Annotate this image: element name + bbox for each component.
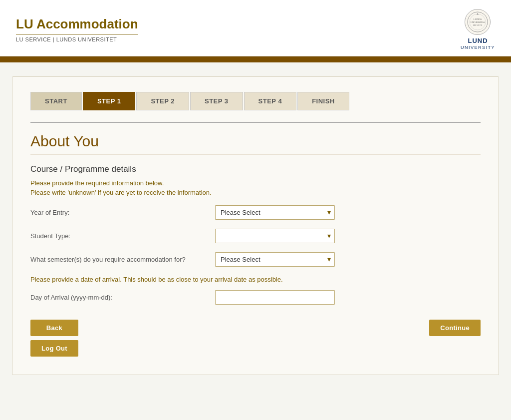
section-title: About You — [30, 133, 481, 154]
student-type-select-wrapper — [215, 229, 335, 243]
arrival-input[interactable] — [215, 290, 335, 305]
page-header: LU Accommodation LU SERVICE | LUNDS UNIV… — [0, 0, 511, 56]
steps-nav: START STEP 1 STEP 2 STEP 3 STEP 4 FINISH — [30, 92, 481, 110]
button-row: Back Log Out Continue — [30, 320, 481, 357]
semester-select[interactable]: Please Select — [215, 252, 335, 267]
semester-label: What semester(s) do you require accommod… — [30, 256, 215, 263]
semester-row: What semester(s) do you require accommod… — [30, 252, 481, 267]
step-3[interactable]: STEP 3 — [190, 92, 243, 110]
gold-accent-bar — [0, 56, 511, 62]
university-logo: LUNDS UNIVERSITAS MDCLXVIII LUND UNIVERS… — [461, 9, 495, 50]
step-finish[interactable]: FINISH — [297, 92, 349, 110]
info-line-1: Please provide the required information … — [30, 179, 481, 187]
student-type-label: Student Type: — [30, 232, 215, 240]
form-card: START STEP 1 STEP 2 STEP 3 STEP 4 FINISH… — [12, 76, 499, 375]
main-content: START STEP 1 STEP 2 STEP 3 STEP 4 FINISH… — [0, 62, 511, 389]
year-of-entry-select[interactable]: Please Select — [215, 205, 335, 220]
year-of-entry-label: Year of Entry: — [30, 209, 215, 216]
app-subtitle: LU SERVICE | LUNDS UNIVERSITET — [16, 36, 138, 42]
semester-control: Please Select — [215, 252, 335, 267]
svg-text:MDCLXVIII: MDCLXVIII — [473, 24, 483, 26]
student-type-control — [215, 229, 335, 243]
info-line-2: Please write 'unknown' if you are yet to… — [30, 189, 481, 196]
back-button[interactable]: Back — [30, 320, 78, 336]
logout-button[interactable]: Log Out — [30, 340, 78, 357]
year-of-entry-control: Please Select — [215, 205, 335, 220]
step-2[interactable]: STEP 2 — [136, 92, 189, 110]
year-of-entry-select-wrapper: Please Select — [215, 205, 335, 220]
year-of-entry-row: Year of Entry: Please Select — [30, 205, 481, 220]
step-start[interactable]: START — [30, 92, 82, 110]
steps-divider — [30, 122, 481, 123]
arrival-label: Day of Arrival (yyyy-mm-dd): — [30, 294, 215, 301]
left-buttons: Back Log Out — [30, 320, 78, 357]
logo-seal: LUNDS UNIVERSITAS MDCLXVIII — [465, 9, 491, 35]
seal-svg: LUNDS UNIVERSITAS MDCLXVIII — [467, 11, 489, 33]
svg-text:UNIVERSITAS: UNIVERSITAS — [471, 21, 486, 23]
logo-name: LUND — [468, 37, 488, 45]
arrival-note: Please provide a date of arrival. This s… — [30, 276, 481, 283]
header-branding: LU Accommodation LU SERVICE | LUNDS UNIV… — [16, 16, 138, 42]
app-title: LU Accommodation — [16, 16, 138, 34]
form-fields: Year of Entry: Please Select Student Typ… — [30, 205, 481, 267]
student-type-row: Student Type: — [30, 229, 481, 243]
continue-button[interactable]: Continue — [429, 320, 481, 336]
logo-subname: UNIVERSITY — [461, 45, 495, 50]
subsection-title: Course / Programme details — [30, 164, 481, 174]
arrival-row: Day of Arrival (yyyy-mm-dd): — [30, 290, 481, 305]
arrival-control — [215, 290, 335, 305]
svg-text:LUNDS: LUNDS — [474, 18, 482, 20]
semester-select-wrapper: Please Select — [215, 252, 335, 267]
student-type-select[interactable] — [215, 229, 335, 243]
step-1[interactable]: STEP 1 — [83, 92, 136, 110]
step-4[interactable]: STEP 4 — [244, 92, 297, 110]
